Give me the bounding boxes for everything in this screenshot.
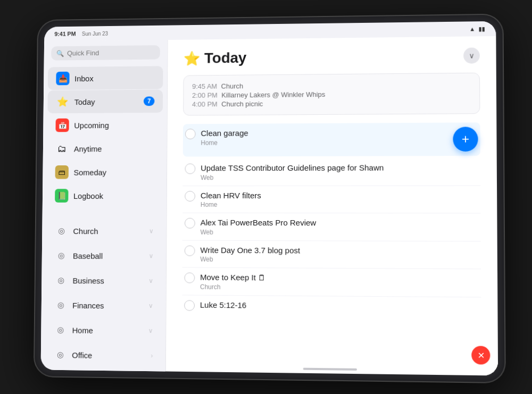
page-title-area: ⭐ Today bbox=[184, 49, 247, 67]
today-icon: ⭐ bbox=[56, 95, 69, 108]
search-bar[interactable]: 🔍 bbox=[51, 45, 160, 61]
task-list: Clean garage Home + Update TSS Contribut… bbox=[182, 122, 481, 317]
task-4-title: Alex Tai PowerBeats Pro Review bbox=[201, 217, 479, 228]
sidebar-item-church[interactable]: ◎ Church ∨ bbox=[46, 219, 162, 243]
sidebar-item-today[interactable]: ⭐ Today 7 bbox=[47, 89, 163, 113]
task-5-content: Write Day One 3.7 blog post Web bbox=[200, 245, 479, 264]
business-label: Business bbox=[73, 275, 144, 285]
task-1-content: Clean garage Home bbox=[201, 127, 447, 146]
sidebar-item-anytime[interactable]: 🗂 Anytime bbox=[47, 137, 162, 160]
finances-icon: ◎ bbox=[54, 298, 68, 312]
sidebar-item-upcoming[interactable]: 📅 Upcoming bbox=[47, 113, 163, 136]
home-chevron: ∨ bbox=[148, 326, 153, 334]
task-3-checkbox[interactable] bbox=[185, 190, 195, 201]
task-4-content: Alex Tai PowerBeats Pro Review Web bbox=[201, 217, 479, 236]
office-chevron: › bbox=[151, 352, 153, 359]
sidebar-item-logbook[interactable]: 📗 Logbook bbox=[47, 184, 163, 207]
task-item-2: Update TSS Contributor Guidelines page f… bbox=[182, 158, 480, 186]
finances-chevron: ∨ bbox=[148, 301, 153, 309]
sidebar: 🔍 📥 Inbox ⭐ Today 7 📅 bbox=[41, 40, 168, 371]
event-2-title: Killarney Lakers @ Winkler Whips bbox=[221, 90, 325, 99]
today-label: Today bbox=[74, 97, 139, 106]
task-5-checkbox[interactable] bbox=[185, 245, 195, 256]
battery-icon: ▮▮ bbox=[478, 25, 485, 32]
baseball-chevron: ∨ bbox=[149, 252, 154, 259]
page-header: ⭐ Today ∨ bbox=[184, 47, 480, 66]
task-6-subtitle: Church bbox=[200, 283, 479, 292]
task-1-title: Clean garage bbox=[201, 127, 447, 138]
task-7-checkbox[interactable] bbox=[184, 299, 195, 310]
task-3-title: Clean HRV filters bbox=[201, 190, 478, 200]
home-bar bbox=[303, 367, 357, 370]
task-6-checkbox[interactable] bbox=[184, 272, 195, 283]
task-5-subtitle: Web bbox=[200, 255, 479, 264]
church-label: Church bbox=[73, 226, 144, 235]
church-chevron: ∨ bbox=[149, 227, 154, 234]
business-icon: ◎ bbox=[54, 273, 67, 287]
main-content: ⭐ Today ∨ 9:45 AM Church bbox=[166, 36, 498, 366]
event-1-time: 9:45 AM bbox=[192, 82, 219, 90]
task-4-subtitle: Web bbox=[201, 228, 479, 236]
anytime-label: Anytime bbox=[74, 144, 154, 153]
logbook-icon: 📗 bbox=[55, 189, 68, 203]
close-icon[interactable]: ✕ bbox=[471, 346, 490, 364]
office-label: Office bbox=[72, 350, 145, 360]
today-badge: 7 bbox=[144, 96, 154, 106]
task-5-title: Write Day One 3.7 blog post bbox=[200, 245, 478, 256]
task-item-6: Move to Keep It 🗒 Church bbox=[182, 267, 481, 297]
event-2-time: 2:00 PM bbox=[192, 91, 219, 99]
fab-plus-icon: + bbox=[462, 131, 469, 146]
logbook-label: Logbook bbox=[73, 191, 154, 200]
sidebar-item-business[interactable]: ◎ Business ∨ bbox=[46, 268, 162, 293]
task-2-content: Update TSS Contributor Guidelines page f… bbox=[201, 162, 478, 181]
finances-label: Finances bbox=[72, 300, 143, 310]
sidebar-item-someday[interactable]: 🗃 Someday bbox=[47, 160, 162, 183]
sidebar-item-finances[interactable]: ◎ Finances ∨ bbox=[45, 292, 161, 318]
baseball-label: Baseball bbox=[73, 251, 144, 260]
office-icon: ◎ bbox=[53, 347, 67, 361]
event-3-time: 4:00 PM bbox=[192, 100, 219, 108]
upcoming-icon: 📅 bbox=[55, 118, 69, 132]
task-6-title: Move to Keep It 🗒 bbox=[200, 272, 479, 284]
close-floating-button[interactable]: ✕ bbox=[471, 346, 490, 364]
add-task-fab[interactable]: + bbox=[453, 127, 478, 152]
event-3-title: Church picnic bbox=[221, 99, 263, 107]
calendar-card: 9:45 AM Church 2:00 PM Killarney Lakers … bbox=[183, 72, 480, 115]
upcoming-label: Upcoming bbox=[74, 120, 154, 130]
sidebar-item-baseball[interactable]: ◎ Baseball ∨ bbox=[46, 243, 162, 268]
task-2-checkbox[interactable] bbox=[185, 163, 196, 174]
sidebar-item-inbox[interactable]: 📥 Inbox bbox=[48, 66, 163, 90]
home-icon: ◎ bbox=[54, 323, 68, 337]
inbox-icon: 📥 bbox=[56, 71, 69, 85]
expand-button[interactable]: ∨ bbox=[463, 47, 480, 63]
home-label: Home bbox=[72, 325, 143, 335]
task-item-3: Clean HRV filters Home bbox=[182, 186, 480, 213]
task-3-content: Clean HRV filters Home bbox=[201, 190, 478, 208]
task-7-title: Luke 5:12-16 bbox=[200, 299, 479, 312]
church-icon: ◎ bbox=[54, 224, 68, 238]
anytime-icon: 🗂 bbox=[55, 141, 69, 155]
business-chevron: ∨ bbox=[148, 277, 153, 284]
task-item-4: Alex Tai PowerBeats Pro Review Web bbox=[182, 213, 481, 241]
task-2-subtitle: Web bbox=[201, 173, 478, 181]
task-2-title: Update TSS Contributor Guidelines page f… bbox=[201, 162, 478, 173]
calendar-event-3: 4:00 PM Church picnic bbox=[192, 98, 471, 109]
baseball-icon: ◎ bbox=[54, 248, 68, 262]
task-4-checkbox[interactable] bbox=[185, 217, 195, 228]
search-input[interactable] bbox=[67, 48, 155, 57]
status-icons: ▲ ▮▮ bbox=[469, 25, 485, 32]
sidebar-item-office[interactable]: ◎ Office › bbox=[45, 342, 161, 368]
task-1-checkbox[interactable] bbox=[185, 129, 196, 139]
search-icon: 🔍 bbox=[56, 49, 64, 57]
someday-label: Someday bbox=[73, 167, 154, 177]
someday-icon: 🗃 bbox=[55, 165, 69, 179]
task-item-7: Luke 5:12-16 bbox=[182, 295, 481, 317]
status-date: Sun Jun 23 bbox=[82, 30, 108, 36]
task-6-content: Move to Keep It 🗒 Church bbox=[200, 272, 479, 292]
inbox-label: Inbox bbox=[74, 73, 155, 82]
event-1-title: Church bbox=[221, 82, 243, 90]
nav-list: 📥 Inbox ⭐ Today 7 📅 Upcoming 🗂 Anyt bbox=[43, 63, 168, 210]
sidebar-item-home[interactable]: ◎ Home ∨ bbox=[45, 317, 162, 343]
wifi-icon: ▲ bbox=[469, 26, 475, 32]
task-7-content: Luke 5:12-16 bbox=[200, 299, 479, 312]
